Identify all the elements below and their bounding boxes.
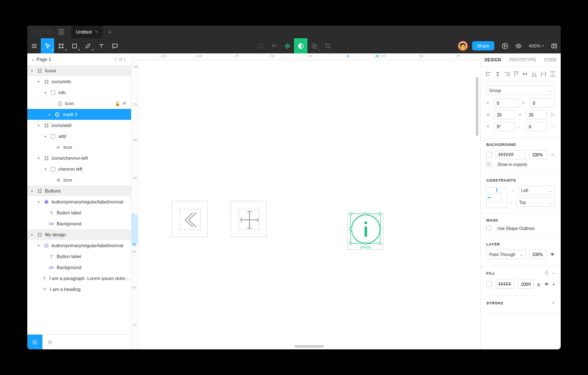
distribute-v-icon[interactable] (541, 71, 546, 77)
pen-tool[interactable] (81, 38, 94, 53)
menu-grid-icon[interactable] (58, 29, 65, 35)
layer-button-bg2[interactable]: Background (27, 262, 131, 273)
close-tab-icon[interactable]: × (95, 29, 98, 35)
zoom-control[interactable]: 400%▾ (529, 43, 544, 48)
frame-icon (37, 188, 42, 194)
layer-icons-chev[interactable]: ▾icons/chevron-left (27, 153, 131, 164)
window-controls[interactable] (32, 30, 52, 34)
layer-button-bg[interactable]: Background (27, 218, 131, 229)
fill-swatch[interactable] (486, 281, 492, 287)
constraint-widget[interactable] (486, 187, 507, 208)
fill-style-icon[interactable]: ⠿ (545, 270, 549, 276)
layer-chev-group[interactable]: ▾chevron left (27, 164, 131, 174)
tab-code[interactable]: CODE (544, 58, 556, 62)
layer-add-icon[interactable]: Icon (27, 142, 131, 153)
tab-design[interactable]: DESIGN (484, 58, 501, 62)
align-right-icon[interactable] (504, 71, 510, 77)
present-button[interactable] (499, 38, 512, 53)
user-avatar[interactable]: 🧑 (458, 41, 468, 51)
layer-frame-icons[interactable]: ▾Icons (27, 65, 131, 76)
vertical-scrollbar[interactable] (476, 77, 478, 136)
artboard-add[interactable] (231, 201, 267, 237)
link-dimensions-icon[interactable]: ⛓ (550, 112, 555, 117)
fill-opacity-input[interactable] (518, 280, 534, 289)
bg-visibility-icon[interactable]: 👁 (550, 152, 555, 157)
layer-opacity-input[interactable] (529, 250, 547, 259)
mask-outlines-checkbox[interactable] (486, 226, 491, 231)
comment-tool[interactable] (108, 38, 121, 53)
align-vcenter-icon[interactable] (522, 71, 528, 77)
layer-button-main[interactable]: ▾button/primary/regular/label/normal (27, 196, 131, 207)
tab-prototype[interactable]: PROTOTYPE (509, 58, 536, 62)
layer-button-inst[interactable]: ▾button/primary/regular/label/normal (27, 240, 131, 251)
artboard-chevron[interactable] (172, 201, 208, 237)
frame-tool[interactable] (54, 38, 68, 53)
align-hcenter-icon[interactable] (495, 71, 501, 77)
y-input[interactable] (530, 98, 555, 108)
align-bottom-icon[interactable] (531, 71, 537, 77)
rotation-input[interactable] (494, 122, 515, 131)
horizontal-scrollbar[interactable] (294, 345, 324, 348)
layer-add-group[interactable]: ▾add (27, 131, 131, 142)
help-icon[interactable] (547, 38, 561, 53)
add-fill-icon[interactable]: + (552, 282, 555, 287)
fill-blend-icon[interactable]: ◐ (537, 282, 541, 287)
layer-icons-add[interactable]: ▾icons/add (27, 120, 131, 131)
layer-mask-selected[interactable]: ▸mask 2 (27, 109, 131, 120)
file-tab[interactable]: Untitled × (71, 26, 103, 38)
remove-fill-icon[interactable]: − (552, 270, 555, 276)
layer-visibility-icon[interactable]: 👁 (550, 252, 555, 257)
vertical-ruler[interactable]: -100 -75 -50 -25 0 20 25 50 75 (131, 60, 138, 349)
move-tool[interactable] (41, 38, 54, 53)
bg-hex-input[interactable] (496, 150, 526, 159)
layer-chev-icon[interactable]: Icon (27, 174, 131, 185)
constraint-h-select[interactable]: Left (518, 186, 555, 195)
canvas[interactable]: 20×20 (138, 60, 480, 349)
add-stroke-icon[interactable]: + (552, 300, 555, 306)
layer-button-label[interactable]: Button label (27, 207, 131, 218)
h-input[interactable] (526, 110, 547, 119)
layer-info-group[interactable]: ▾info (27, 87, 131, 98)
layer-heading[interactable]: I am a heading (27, 284, 131, 295)
boolean-tool[interactable] (307, 38, 321, 53)
layer-frame-mydesign[interactable]: ▾My design (27, 229, 131, 240)
layer-icons-info[interactable]: ▾icons/info (27, 76, 131, 87)
blend-mode-select[interactable]: Pass Through (486, 250, 526, 259)
edit-object-icon[interactable] (254, 38, 267, 53)
horizontal-ruler[interactable]: -125 -100 -75 -50 -25 0 20 25 50 75 (131, 53, 480, 60)
more-options-icon[interactable]: ⋯ (550, 124, 555, 129)
shape-tool[interactable] (68, 38, 81, 53)
selection-box[interactable]: 20×20 (350, 214, 381, 244)
visibility-icon[interactable]: 👁 (122, 101, 127, 106)
layer-type-select[interactable]: Group (486, 86, 555, 95)
hamburger-menu-icon[interactable] (27, 38, 41, 53)
component-icon[interactable] (281, 38, 294, 53)
layers-tab[interactable] (27, 335, 42, 349)
layer-button-label2[interactable]: Button label (27, 251, 131, 262)
bg-opacity-input[interactable] (529, 150, 547, 159)
align-top-icon[interactable] (513, 71, 519, 77)
x-input[interactable] (494, 98, 519, 108)
text-tool[interactable] (94, 38, 108, 53)
reset-icon[interactable] (267, 38, 281, 53)
distribute-h-icon[interactable] (550, 71, 556, 77)
align-left-icon[interactable] (486, 71, 491, 77)
unlock-icon[interactable]: 🔓 (115, 101, 121, 106)
crop-tool[interactable] (321, 38, 334, 53)
fill-visibility-icon[interactable]: 👁 (544, 282, 549, 287)
share-button[interactable]: Share (472, 41, 494, 50)
fill-hex-input[interactable] (496, 280, 514, 289)
layer-paragraph[interactable]: I am a paragraph. Lorem ipsum dolor sit … (27, 273, 131, 284)
page-selector[interactable]: ▸Page 1 1 of 1 (27, 53, 131, 65)
layer-icon-shape[interactable]: ↑Icon🔓👁 (27, 98, 131, 109)
w-input[interactable] (494, 110, 515, 119)
constraint-v-select[interactable]: Top (516, 198, 555, 207)
assets-tab[interactable] (42, 335, 58, 349)
bg-swatch[interactable] (486, 152, 492, 158)
view-settings-icon[interactable] (512, 38, 525, 53)
show-exports-checkbox[interactable]: ✓ (486, 162, 491, 167)
radius-input[interactable] (526, 122, 547, 131)
add-tab-button[interactable]: + (108, 29, 111, 35)
mask-tool[interactable] (294, 38, 307, 53)
layer-frame-buttons[interactable]: ▾Buttons (27, 185, 131, 196)
